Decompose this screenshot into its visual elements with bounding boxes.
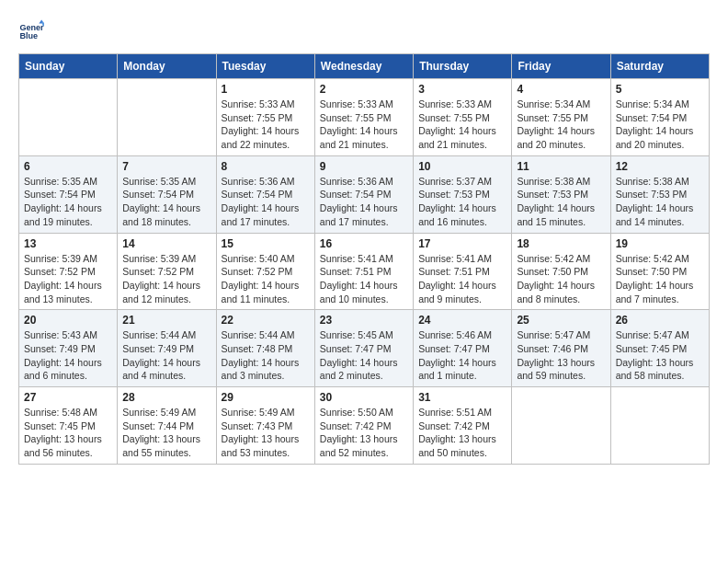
calendar-table: SundayMondayTuesdayWednesdayThursdayFrid… — [18, 53, 710, 465]
calendar-cell: 19Sunrise: 5:42 AM Sunset: 7:50 PM Dayli… — [610, 233, 709, 310]
day-info: Sunrise: 5:49 AM Sunset: 7:43 PM Dayligh… — [222, 406, 310, 460]
day-number: 26 — [616, 314, 704, 327]
day-info: Sunrise: 5:45 AM Sunset: 7:47 PM Dayligh… — [320, 328, 408, 383]
calendar-cell: 28Sunrise: 5:49 AM Sunset: 7:44 PM Dayli… — [118, 387, 216, 465]
calendar-cell: 31Sunrise: 5:51 AM Sunset: 7:42 PM Dayli… — [414, 387, 512, 465]
calendar-cell: 12Sunrise: 5:38 AM Sunset: 7:53 PM Dayli… — [610, 155, 709, 233]
calendar-cell: 18Sunrise: 5:42 AM Sunset: 7:50 PM Dayli… — [512, 233, 610, 310]
page-header: General Blue — [18, 18, 710, 44]
day-info: Sunrise: 5:41 AM Sunset: 7:51 PM Dayligh… — [320, 252, 408, 306]
day-number: 5 — [616, 83, 704, 96]
day-info: Sunrise: 5:51 AM Sunset: 7:42 PM Dayligh… — [418, 406, 506, 460]
calendar-cell: 20Sunrise: 5:43 AM Sunset: 7:49 PM Dayli… — [19, 310, 118, 387]
day-info: Sunrise: 5:44 AM Sunset: 7:48 PM Dayligh… — [222, 328, 310, 383]
day-number: 23 — [320, 314, 408, 327]
day-info: Sunrise: 5:43 AM Sunset: 7:49 PM Dayligh… — [24, 328, 112, 383]
calendar-cell: 4Sunrise: 5:34 AM Sunset: 7:55 PM Daylig… — [512, 79, 610, 156]
logo-icon: General Blue — [18, 18, 44, 44]
calendar-cell: 17Sunrise: 5:41 AM Sunset: 7:51 PM Dayli… — [414, 233, 512, 310]
day-info: Sunrise: 5:39 AM Sunset: 7:52 PM Dayligh… — [122, 252, 210, 306]
day-number: 14 — [122, 237, 210, 250]
calendar-cell: 3Sunrise: 5:33 AM Sunset: 7:55 PM Daylig… — [414, 79, 512, 156]
day-info: Sunrise: 5:36 AM Sunset: 7:54 PM Dayligh… — [320, 175, 408, 229]
svg-text:Blue: Blue — [19, 31, 38, 40]
day-number: 17 — [418, 237, 506, 250]
day-number: 30 — [320, 391, 408, 404]
day-number: 22 — [222, 314, 310, 327]
day-info: Sunrise: 5:38 AM Sunset: 7:53 PM Dayligh… — [616, 175, 704, 229]
svg-text:General: General — [19, 23, 44, 32]
day-number: 9 — [320, 160, 408, 173]
calendar-cell: 8Sunrise: 5:36 AM Sunset: 7:54 PM Daylig… — [216, 155, 314, 233]
calendar-cell — [19, 79, 118, 156]
day-number: 7 — [122, 160, 210, 173]
day-info: Sunrise: 5:36 AM Sunset: 7:54 PM Dayligh… — [222, 175, 310, 229]
calendar-cell: 5Sunrise: 5:34 AM Sunset: 7:54 PM Daylig… — [610, 79, 709, 156]
day-info: Sunrise: 5:49 AM Sunset: 7:44 PM Dayligh… — [122, 406, 210, 460]
day-number: 13 — [24, 237, 112, 250]
calendar-cell: 23Sunrise: 5:45 AM Sunset: 7:47 PM Dayli… — [314, 310, 413, 387]
day-info: Sunrise: 5:33 AM Sunset: 7:55 PM Dayligh… — [222, 98, 310, 152]
calendar-cell — [610, 387, 709, 465]
calendar-cell: 27Sunrise: 5:48 AM Sunset: 7:45 PM Dayli… — [19, 387, 118, 465]
day-info: Sunrise: 5:41 AM Sunset: 7:51 PM Dayligh… — [418, 252, 506, 306]
day-info: Sunrise: 5:47 AM Sunset: 7:46 PM Dayligh… — [517, 328, 605, 383]
day-number: 31 — [418, 391, 506, 404]
day-info: Sunrise: 5:50 AM Sunset: 7:42 PM Dayligh… — [320, 406, 408, 460]
day-info: Sunrise: 5:38 AM Sunset: 7:53 PM Dayligh… — [517, 175, 605, 229]
calendar-cell: 30Sunrise: 5:50 AM Sunset: 7:42 PM Dayli… — [314, 387, 413, 465]
day-number: 21 — [122, 314, 210, 327]
day-number: 11 — [517, 160, 605, 173]
day-info: Sunrise: 5:46 AM Sunset: 7:47 PM Dayligh… — [418, 328, 506, 383]
day-number: 25 — [517, 314, 605, 327]
day-info: Sunrise: 5:48 AM Sunset: 7:45 PM Dayligh… — [24, 406, 112, 460]
calendar-cell: 6Sunrise: 5:35 AM Sunset: 7:54 PM Daylig… — [19, 155, 118, 233]
weekday-header: Sunday — [19, 54, 118, 79]
day-info: Sunrise: 5:44 AM Sunset: 7:49 PM Dayligh… — [122, 328, 210, 383]
day-info: Sunrise: 5:47 AM Sunset: 7:45 PM Dayligh… — [616, 328, 704, 383]
day-info: Sunrise: 5:35 AM Sunset: 7:54 PM Dayligh… — [24, 175, 112, 229]
calendar-cell: 29Sunrise: 5:49 AM Sunset: 7:43 PM Dayli… — [216, 387, 314, 465]
day-info: Sunrise: 5:42 AM Sunset: 7:50 PM Dayligh… — [517, 252, 605, 306]
day-info: Sunrise: 5:33 AM Sunset: 7:55 PM Dayligh… — [418, 98, 506, 152]
day-number: 27 — [24, 391, 112, 404]
day-info: Sunrise: 5:37 AM Sunset: 7:53 PM Dayligh… — [418, 175, 506, 229]
calendar-header-row: SundayMondayTuesdayWednesdayThursdayFrid… — [19, 54, 710, 79]
weekday-header: Tuesday — [216, 54, 314, 79]
calendar-cell: 26Sunrise: 5:47 AM Sunset: 7:45 PM Dayli… — [610, 310, 709, 387]
day-info: Sunrise: 5:42 AM Sunset: 7:50 PM Dayligh… — [616, 252, 704, 306]
calendar-week-row: 13Sunrise: 5:39 AM Sunset: 7:52 PM Dayli… — [19, 233, 710, 310]
logo: General Blue — [18, 18, 48, 44]
day-number: 2 — [320, 83, 408, 96]
day-number: 20 — [24, 314, 112, 327]
day-number: 6 — [24, 160, 112, 173]
day-number: 10 — [418, 160, 506, 173]
calendar-cell: 21Sunrise: 5:44 AM Sunset: 7:49 PM Dayli… — [118, 310, 216, 387]
day-number: 4 — [517, 83, 605, 96]
day-number: 8 — [222, 160, 310, 173]
calendar-cell: 10Sunrise: 5:37 AM Sunset: 7:53 PM Dayli… — [414, 155, 512, 233]
weekday-header: Friday — [512, 54, 610, 79]
calendar-cell: 14Sunrise: 5:39 AM Sunset: 7:52 PM Dayli… — [118, 233, 216, 310]
day-info: Sunrise: 5:34 AM Sunset: 7:54 PM Dayligh… — [616, 98, 704, 152]
day-info: Sunrise: 5:34 AM Sunset: 7:55 PM Dayligh… — [517, 98, 605, 152]
day-number: 1 — [222, 83, 310, 96]
weekday-header: Thursday — [414, 54, 512, 79]
day-number: 3 — [418, 83, 506, 96]
calendar-cell: 13Sunrise: 5:39 AM Sunset: 7:52 PM Dayli… — [19, 233, 118, 310]
day-info: Sunrise: 5:35 AM Sunset: 7:54 PM Dayligh… — [122, 175, 210, 229]
calendar-cell: 2Sunrise: 5:33 AM Sunset: 7:55 PM Daylig… — [314, 79, 413, 156]
calendar-week-row: 1Sunrise: 5:33 AM Sunset: 7:55 PM Daylig… — [19, 79, 710, 156]
day-number: 16 — [320, 237, 408, 250]
calendar-week-row: 20Sunrise: 5:43 AM Sunset: 7:49 PM Dayli… — [19, 310, 710, 387]
calendar-cell: 24Sunrise: 5:46 AM Sunset: 7:47 PM Dayli… — [414, 310, 512, 387]
calendar-cell — [512, 387, 610, 465]
day-number: 24 — [418, 314, 506, 327]
calendar-cell: 25Sunrise: 5:47 AM Sunset: 7:46 PM Dayli… — [512, 310, 610, 387]
calendar-cell — [118, 79, 216, 156]
calendar-week-row: 6Sunrise: 5:35 AM Sunset: 7:54 PM Daylig… — [19, 155, 710, 233]
calendar-cell: 15Sunrise: 5:40 AM Sunset: 7:52 PM Dayli… — [216, 233, 314, 310]
calendar-cell: 16Sunrise: 5:41 AM Sunset: 7:51 PM Dayli… — [314, 233, 413, 310]
day-number: 29 — [222, 391, 310, 404]
day-info: Sunrise: 5:33 AM Sunset: 7:55 PM Dayligh… — [320, 98, 408, 152]
